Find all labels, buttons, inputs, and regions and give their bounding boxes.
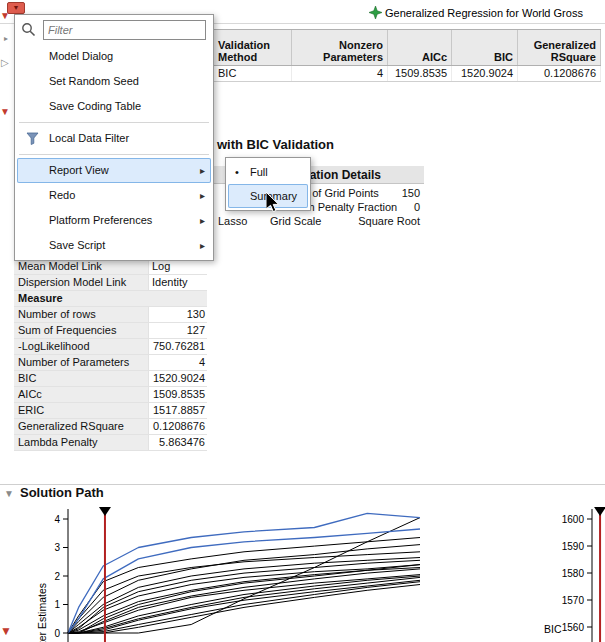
solution-path-disclosure-icon[interactable]: ▼: [4, 488, 14, 499]
column-header-nonzero-parameters[interactable]: Nonzero Parameters: [292, 30, 388, 65]
menu-item-save-script[interactable]: Save Script ▸: [17, 233, 211, 258]
menu-item-report-view[interactable]: Report View ▸: [17, 158, 211, 183]
search-icon: [21, 22, 37, 38]
svg-text:2: 2: [54, 571, 60, 582]
detail-value-grid-scale: Square Root: [320, 215, 420, 227]
cell-generalized-rsquare: 0.1208676: [518, 66, 601, 81]
column-header-bic[interactable]: BIC: [452, 30, 518, 65]
svg-text:1: 1: [54, 599, 60, 610]
svg-text:4: 4: [54, 514, 60, 525]
red-triangle-menu-button[interactable]: ▼: [7, 2, 25, 14]
table-row: Mean Model Link Log: [14, 259, 207, 275]
window-title: Generalized Regression for World Gross: [385, 7, 583, 19]
fit-statistics-data-row[interactable]: BIC 4 1509.8535 1520.9024 0.1208676: [214, 66, 601, 82]
disclosure-triangle-open-3[interactable]: ▼: [0, 625, 12, 637]
solution-path-charts[interactable]: 01234Parameter Estimates1600159015801570…: [0, 500, 605, 642]
svg-text:1590: 1590: [562, 541, 585, 552]
submenu-arrow-icon: ▸: [200, 158, 205, 183]
table-row: Generalized RSquare 0.1208676: [14, 419, 207, 435]
menu-separator: [15, 119, 213, 126]
submenu-arrow-icon: ▸: [200, 208, 205, 233]
table-row: Lambda Penalty 5.863476: [14, 435, 207, 451]
cell-nonzero-parameters: 4: [292, 66, 388, 81]
menu-item-set-random-seed[interactable]: Set Random Seed: [17, 69, 211, 94]
detail-value-min-penalty: 0: [320, 201, 420, 213]
menu-item-redo[interactable]: Redo ▸: [17, 183, 211, 208]
table-row: AICc 1509.8535: [14, 387, 207, 403]
mouse-cursor: [266, 192, 282, 214]
table-row: BIC 1520.9024: [14, 371, 207, 387]
lambda-selector-handle: [99, 507, 111, 516]
table-row: Number of rows 130: [14, 307, 207, 323]
svg-text:1560: 1560: [562, 622, 585, 633]
menu-separator: [15, 151, 213, 158]
svg-text:1570: 1570: [562, 595, 585, 606]
table-row: -LogLikelihood 750.76281: [14, 339, 207, 355]
menu-filter-input[interactable]: [43, 20, 206, 40]
selected-mark-icon: •: [235, 160, 239, 184]
table-row: Number of Parameters 4: [14, 355, 207, 371]
svg-text:1600: 1600: [562, 514, 585, 525]
table-row: ERIC 1517.8857: [14, 403, 207, 419]
report-icon: [369, 6, 382, 19]
svg-text:0: 0: [54, 628, 60, 639]
cell-validation-method: BIC: [214, 66, 292, 81]
menu-item-platform-preferences[interactable]: Platform Preferences ▸: [17, 208, 211, 233]
estimation-method-label: Lasso: [218, 215, 247, 227]
menu-item-model-dialog[interactable]: Model Dialog: [17, 44, 211, 69]
table-row: Sum of Frequencies 127: [14, 323, 207, 339]
disclosure-triangle-outline-1[interactable]: ▷: [1, 58, 9, 68]
disclosure-triangle-closed-1[interactable]: ▸: [4, 35, 8, 43]
submenu-arrow-icon: ▸: [200, 183, 205, 208]
menu-filter-row: [15, 18, 213, 44]
model-summary-table: Mean Model Link Log Dispersion Model Lin…: [14, 259, 207, 451]
detail-label-grid-scale: Grid Scale: [270, 215, 321, 227]
submenu-arrow-icon: ▸: [200, 233, 205, 258]
cell-aicc: 1509.8535: [388, 66, 452, 81]
red-triangle-menu: Model Dialog Set Random Seed Save Coding…: [14, 14, 214, 261]
funnel-icon: [26, 132, 39, 145]
table-row: Dispersion Model Link Identity: [14, 275, 207, 291]
column-header-aicc[interactable]: AICc: [388, 30, 452, 65]
fit-statistics-header-row: Validation Method Nonzero Parameters AIC…: [214, 29, 601, 66]
section-title-bic-validation: with BIC Validation: [217, 137, 334, 152]
lambda-selector-handle: [594, 507, 605, 516]
detail-value-grid-points: 150: [320, 187, 420, 199]
column-header-generalized-rsquare[interactable]: Generalized RSquare: [518, 30, 601, 65]
svg-text:1580: 1580: [562, 568, 585, 579]
svg-text:3: 3: [54, 542, 60, 553]
menu-item-save-coding-table[interactable]: Save Coding Table: [17, 94, 211, 119]
solution-path-title: Solution Path: [20, 485, 104, 500]
submenu-item-full[interactable]: • Full: [228, 160, 308, 184]
column-header-validation-method[interactable]: Validation Method: [214, 30, 292, 65]
measure-header-row: Measure: [14, 291, 207, 307]
svg-text:Parameter Estimates: Parameter Estimates: [36, 583, 48, 642]
menu-item-local-data-filter[interactable]: Local Data Filter: [17, 126, 211, 151]
cell-bic: 1520.9024: [452, 66, 518, 81]
svg-text:BIC: BIC: [544, 623, 562, 635]
jmp-report-window: ▼ Generalized Regression for World Gross…: [0, 0, 605, 642]
disclosure-triangle-open-2[interactable]: ▼: [0, 107, 10, 117]
